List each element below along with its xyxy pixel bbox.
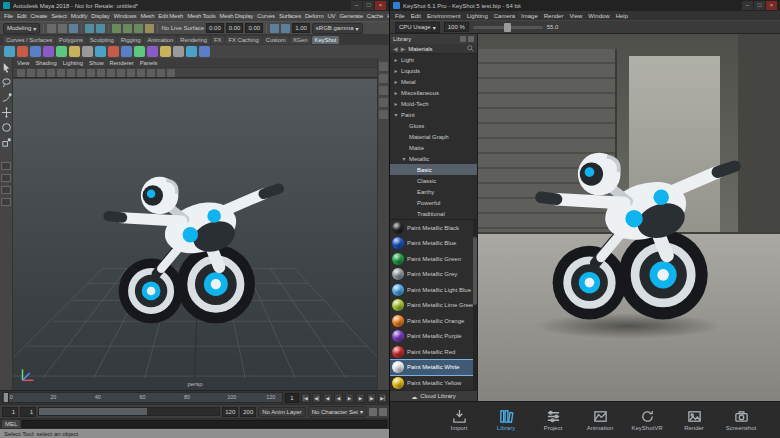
- menu-windows[interactable]: Windows: [113, 13, 136, 19]
- panel-menu-lighting[interactable]: Lighting: [63, 60, 83, 66]
- camera-select-icon[interactable]: [17, 69, 25, 77]
- material-list-scrollbar[interactable]: [473, 220, 477, 390]
- layout-hypershade-button[interactable]: [1, 198, 11, 206]
- scale-tool-icon[interactable]: [1, 137, 12, 148]
- material-item[interactable]: Paint Metallic Green: [390, 251, 477, 267]
- shelf-icon[interactable]: [43, 46, 54, 57]
- layout-four-pane-button[interactable]: [1, 174, 11, 182]
- search-icon[interactable]: [467, 45, 474, 52]
- panel-menu-panels[interactable]: Panels: [140, 60, 158, 66]
- tree-arrow-icon[interactable]: ▸: [393, 67, 399, 74]
- tree-item-basic[interactable]: Basic: [390, 164, 477, 175]
- go-to-end-button[interactable]: ▶|: [378, 393, 387, 403]
- channel-box-icon[interactable]: [379, 86, 388, 95]
- shelf-icon[interactable]: [173, 46, 184, 57]
- step-back-frame-button[interactable]: ◀: [323, 393, 332, 403]
- character-set-dropdown[interactable]: No Character Set ▾: [308, 406, 367, 417]
- redo-icon[interactable]: [96, 24, 105, 33]
- menu-help[interactable]: Help: [387, 13, 389, 19]
- material-item[interactable]: Paint Metallic Black: [390, 220, 477, 236]
- snap-plane-icon[interactable]: [145, 24, 154, 33]
- dock-item-import[interactable]: Import: [440, 409, 478, 431]
- motion-blur-icon[interactable]: [167, 69, 175, 77]
- tree-arrow-icon[interactable]: ▸: [393, 78, 399, 85]
- shelf-tab-rendering[interactable]: Rendering: [177, 36, 210, 44]
- material-item[interactable]: Paint Metallic Orange: [390, 313, 477, 329]
- tree-item-mold-tech[interactable]: ▸Mold-Tech: [390, 98, 477, 109]
- tree-item-paint[interactable]: ▾Paint: [390, 109, 477, 120]
- slider-handle[interactable]: [504, 23, 511, 32]
- dock-item-screenshot[interactable]: Screenshot: [722, 409, 760, 431]
- play-backwards-button[interactable]: ◀: [334, 393, 343, 403]
- dock-item-keyshotvr[interactable]: KeyShotVR: [628, 409, 666, 431]
- play-forwards-button[interactable]: ▶: [345, 393, 354, 403]
- tool-settings-icon[interactable]: [379, 74, 388, 83]
- menu-view[interactable]: View: [569, 13, 582, 19]
- menu-window[interactable]: Window: [588, 13, 609, 19]
- tree-item-matte[interactable]: Matte: [390, 142, 477, 153]
- maximize-button[interactable]: □: [363, 1, 374, 10]
- dock-item-animation[interactable]: Animation: [581, 409, 619, 431]
- brightness-slider[interactable]: [473, 26, 543, 29]
- menu-edit[interactable]: Edit: [411, 13, 421, 19]
- material-item-selected[interactable]: Paint Metallic White: [390, 360, 477, 376]
- rotate-tool-icon[interactable]: [1, 122, 12, 133]
- dock-item-project[interactable]: Project: [534, 409, 572, 431]
- tree-arrow-icon[interactable]: ▸: [393, 56, 399, 63]
- tree-arrow-icon[interactable]: ▸: [393, 89, 399, 96]
- step-forward-frame-button[interactable]: ▶: [356, 393, 365, 403]
- shelf-icon[interactable]: [160, 46, 171, 57]
- menu-mesh[interactable]: Mesh: [140, 13, 154, 19]
- resolution-gate-icon[interactable]: [57, 69, 65, 77]
- tree-item-metallic[interactable]: ▾Metallic: [390, 153, 477, 164]
- maximize-button[interactable]: □: [754, 1, 765, 10]
- material-item[interactable]: Paint Metallic Blue: [390, 236, 477, 252]
- panel-menu-renderer[interactable]: Renderer: [110, 60, 134, 66]
- coord-z-field[interactable]: 0.00: [245, 23, 263, 33]
- layout-single-pane-button[interactable]: [1, 162, 11, 170]
- current-frame-field[interactable]: 1: [285, 393, 299, 403]
- tree-item-liquids[interactable]: ▸Liquids: [390, 65, 477, 76]
- keyshot-title-bar[interactable]: KeyShot 6.1 Pro - KeyShot 5 test.bip - 6…: [390, 0, 780, 11]
- material-item[interactable]: Paint Metallic Purple: [390, 329, 477, 345]
- anim-layer-dropdown[interactable]: No Anim Layer: [258, 407, 305, 417]
- tree-item-powerful[interactable]: Powerful: [390, 197, 477, 208]
- camera-lock-icon[interactable]: [27, 69, 35, 77]
- scrollbar-thumb[interactable]: [473, 237, 477, 305]
- tree-item-light[interactable]: ▸Light: [390, 54, 477, 65]
- move-tool-icon[interactable]: [1, 107, 12, 118]
- gamma-value-field[interactable]: 1.00: [292, 23, 310, 33]
- menu-deform[interactable]: Deform: [305, 13, 323, 19]
- minimize-button[interactable]: –: [742, 1, 753, 10]
- panel-menu-view[interactable]: View: [17, 60, 29, 66]
- menu-surfaces[interactable]: Surfaces: [279, 13, 301, 19]
- tree-item-material-graph[interactable]: Material Graph: [390, 131, 477, 142]
- panel-menu-shading[interactable]: Shading: [35, 60, 56, 66]
- shadows-icon[interactable]: [147, 69, 155, 77]
- layout-persp-outliner-button[interactable]: [1, 186, 11, 194]
- animation-end-field[interactable]: 200: [240, 407, 256, 417]
- auto-keyframe-icon[interactable]: [369, 408, 377, 416]
- shelf-icon[interactable]: [82, 46, 93, 57]
- field-chart-icon[interactable]: [77, 69, 85, 77]
- shelf-icon[interactable]: [108, 46, 119, 57]
- menu-curves[interactable]: Curves: [257, 13, 275, 19]
- menu-select[interactable]: Select: [51, 13, 66, 19]
- dock-item-render[interactable]: Render: [675, 409, 713, 431]
- command-input[interactable]: [22, 420, 387, 428]
- step-forward-key-button[interactable]: |▶: [367, 393, 376, 403]
- menu-environment[interactable]: Environment: [427, 13, 461, 19]
- material-item[interactable]: Paint Metallic Yellow: [390, 375, 477, 390]
- shelf-icon[interactable]: [69, 46, 80, 57]
- save-scene-icon[interactable]: [69, 24, 78, 33]
- gate-mask-icon[interactable]: [67, 69, 75, 77]
- maya-title-bar[interactable]: Autodesk Maya 2018 - Not for Resale: unt…: [0, 0, 389, 11]
- shelf-icon[interactable]: [199, 46, 210, 57]
- lighting-icon[interactable]: [137, 69, 145, 77]
- character-controls-icon[interactable]: [379, 110, 388, 119]
- panel-menu-show[interactable]: Show: [89, 60, 104, 66]
- modeling-toolkit-icon[interactable]: [379, 98, 388, 107]
- tree-arrow-icon[interactable]: ▾: [401, 155, 407, 162]
- shelf-icon[interactable]: [121, 46, 132, 57]
- safe-title-icon[interactable]: [97, 69, 105, 77]
